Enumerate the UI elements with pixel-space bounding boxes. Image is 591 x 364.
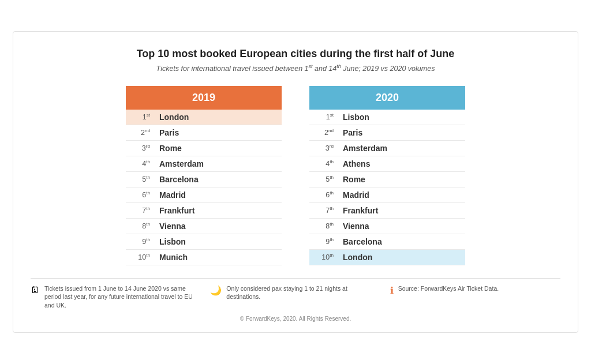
rank-cell: 1st — [309, 110, 337, 125]
moon-icon: 🌙 — [210, 285, 222, 296]
city-cell: Amsterdam — [154, 156, 282, 171]
footer-note-2: 🌙 Only considered pax staying 1 to 21 ni… — [210, 284, 380, 301]
city-cell: Frankfurt — [154, 202, 282, 218]
city-cell: Vienna — [154, 218, 282, 234]
city-cell: Madrid — [154, 187, 282, 202]
rank-cell: 4th — [309, 156, 337, 171]
page-title: Top 10 most booked European cities durin… — [31, 48, 560, 60]
rank-cell: 8th — [126, 218, 154, 234]
city-cell: Rome — [154, 140, 282, 156]
table-2020: 2020 1st Lisbon 2nd Paris 3rd Amsterdam … — [309, 86, 465, 265]
tables-wrapper: 2019 1st London 2nd Paris 3rd Rome 4th A… — [31, 86, 560, 265]
header-2019: 2019 — [126, 86, 282, 110]
footer-note-1: 🗓 Tickets issued from 1 June to 14 June … — [31, 284, 201, 310]
table-2019: 2019 1st London 2nd Paris 3rd Rome 4th A… — [126, 86, 282, 265]
table-row: 10th London — [309, 249, 465, 265]
city-cell: Munich — [154, 249, 282, 265]
table-row: 6th Madrid — [126, 187, 282, 202]
city-cell: Rome — [337, 171, 465, 187]
city-cell: Amsterdam — [337, 140, 465, 156]
city-cell: London — [154, 110, 282, 125]
table-row: 4th Amsterdam — [126, 156, 282, 171]
table-row: 7th Frankfurt — [126, 202, 282, 218]
table-row: 10th Munich — [126, 249, 282, 265]
footer-note-1-text: Tickets issued from 1 June to 14 June 20… — [44, 284, 201, 310]
city-cell: Paris — [337, 125, 465, 140]
city-cell: Lisbon — [154, 234, 282, 249]
table-row: 3rd Amsterdam — [309, 140, 465, 156]
main-container: Top 10 most booked European cities durin… — [13, 31, 578, 332]
city-cell: Barcelona — [154, 171, 282, 187]
rank-cell: 7th — [309, 202, 337, 218]
rank-cell: 3rd — [126, 140, 154, 156]
calendar-icon: 🗓 — [31, 285, 40, 295]
footer-note-3-text: Source: ForwardKeys Air Ticket Data. — [398, 284, 499, 293]
table-row: 8th Vienna — [309, 218, 465, 234]
rank-cell: 10th — [309, 249, 337, 265]
info-icon: ℹ — [390, 285, 394, 296]
table-row: 4th Athens — [309, 156, 465, 171]
table-row: 9th Barcelona — [309, 234, 465, 249]
rank-cell: 9th — [126, 234, 154, 249]
table-row: 1st London — [126, 110, 282, 125]
city-cell: Lisbon — [337, 110, 465, 125]
rank-cell: 9th — [309, 234, 337, 249]
rank-cell: 4th — [126, 156, 154, 171]
table-row: 3rd Rome — [126, 140, 282, 156]
city-cell: Barcelona — [337, 234, 465, 249]
rank-cell: 10th — [126, 249, 154, 265]
table-row: 2nd Paris — [309, 125, 465, 140]
rank-cell: 5th — [309, 171, 337, 187]
footer-note-3: ℹ Source: ForwardKeys Air Ticket Data. — [390, 284, 560, 296]
rank-cell: 6th — [309, 187, 337, 202]
rank-cell: 8th — [309, 218, 337, 234]
table-row: 8th Vienna — [126, 218, 282, 234]
rank-cell: 6th — [126, 187, 154, 202]
page-subtitle: Tickets for international travel issued … — [31, 63, 560, 73]
rank-cell: 3rd — [309, 140, 337, 156]
table-row: 7th Frankfurt — [309, 202, 465, 218]
footer-note-2-text: Only considered pax staying 1 to 21 nigh… — [226, 284, 380, 301]
table-row: 6th Madrid — [309, 187, 465, 202]
table-row: 5th Rome — [309, 171, 465, 187]
footer-bar: 🗓 Tickets issued from 1 June to 14 June … — [31, 278, 560, 310]
rank-cell: 1st — [126, 110, 154, 125]
rank-cell: 2nd — [126, 125, 154, 140]
rank-cell: 2nd — [309, 125, 337, 140]
table-row: 1st Lisbon — [309, 110, 465, 125]
table-row: 2nd Paris — [126, 125, 282, 140]
copyright-text: © ForwardKeys, 2020. All Rights Reserved… — [31, 316, 560, 322]
table-row: 5th Barcelona — [126, 171, 282, 187]
city-cell: Frankfurt — [337, 202, 465, 218]
rank-cell: 5th — [126, 171, 154, 187]
city-cell: Vienna — [337, 218, 465, 234]
header-2020: 2020 — [309, 86, 465, 110]
city-cell: Paris — [154, 125, 282, 140]
table-row: 9th Lisbon — [126, 234, 282, 249]
rank-cell: 7th — [126, 202, 154, 218]
city-cell: Madrid — [337, 187, 465, 202]
city-cell: Athens — [337, 156, 465, 171]
city-cell: London — [337, 249, 465, 265]
